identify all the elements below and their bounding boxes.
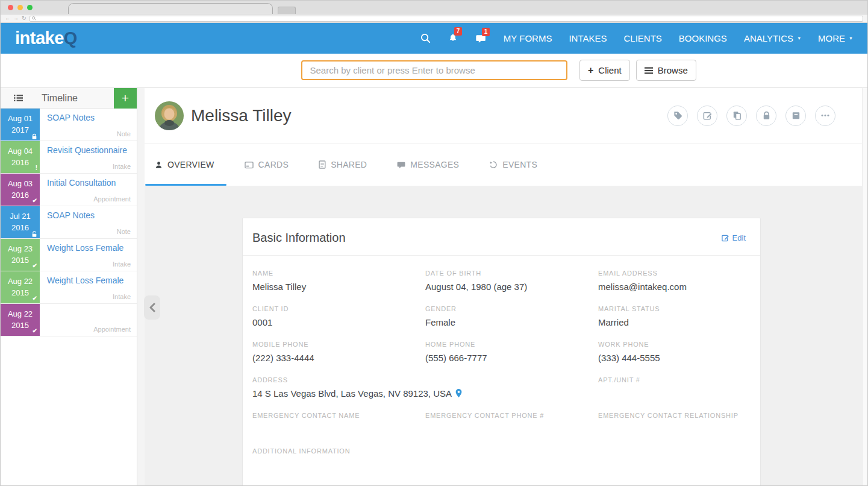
reload-icon[interactable]: ↻ — [22, 16, 27, 21]
tab-label: OVERVIEW — [167, 160, 214, 169]
field: APT./UNIT # — [598, 376, 751, 399]
copy-button[interactable] — [726, 106, 747, 126]
field-value: Married — [598, 317, 751, 327]
new-tab-button[interactable] — [278, 7, 296, 14]
field-value — [252, 423, 425, 434]
add-timeline-item-button[interactable]: + — [114, 88, 137, 109]
exclamation-icon: ! — [36, 164, 37, 172]
timeline-header: Timeline + — [1, 88, 137, 109]
tab-shared[interactable]: SHARED — [319, 144, 367, 186]
entry-type: Appointment — [93, 195, 131, 203]
search-button[interactable] — [420, 33, 431, 43]
entry-title[interactable]: Weight Loss Female — [47, 243, 131, 253]
map-pin-icon[interactable] — [455, 389, 462, 397]
field-label: HOME PHONE — [425, 341, 598, 348]
tab-overview[interactable]: OVERVIEW — [155, 144, 214, 186]
entry-title[interactable]: Initial Consultation — [47, 178, 131, 188]
more-icon — [820, 110, 831, 121]
timeline-entry[interactable]: Aug 04 2016 ! Revisit Questionnaire Inta… — [1, 141, 137, 174]
zoom-window-button[interactable] — [27, 5, 33, 10]
client-search-input[interactable] — [301, 60, 567, 80]
messages-button[interactable]: 1 — [475, 33, 487, 44]
client-avatar[interactable] — [155, 101, 184, 130]
nav-clients[interactable]: CLIENTS — [623, 33, 661, 43]
nav-label: MORE — [818, 33, 845, 43]
intakeq-logo[interactable]: intakeQ — [15, 28, 77, 48]
timeline-entry[interactable]: Jul 21 2016 SOAP Notes Note — [1, 206, 137, 239]
field-label: MARITAL STATUS — [598, 305, 751, 312]
field: MOBILE PHONE(222) 333-4444 — [252, 341, 425, 363]
tab-messages[interactable]: MESSAGES — [397, 144, 459, 186]
entry-type: Intake — [113, 293, 131, 300]
edit-basic-info-link[interactable]: Edit — [722, 233, 746, 242]
check-icon: ✔ — [33, 327, 37, 335]
entry-date: Aug 22 2015 ✔ — [1, 271, 40, 303]
entry-type: Appointment — [93, 326, 131, 333]
nav-label: INTAKES — [569, 33, 607, 43]
field-value: August 04, 1980 (age 37) — [425, 281, 598, 292]
entry-date-line1: Aug 04 — [8, 146, 33, 157]
minimize-window-button[interactable] — [17, 5, 23, 10]
check-icon: ✔ — [33, 197, 37, 205]
nav-intakes[interactable]: INTAKES — [569, 33, 607, 43]
entry-title[interactable]: Revisit Questionnaire — [47, 145, 131, 155]
entry-title[interactable]: Weight Loss Female — [47, 276, 131, 285]
tab-cards[interactable]: CARDS — [245, 144, 289, 186]
entry-date-line2: 2016 — [11, 222, 29, 233]
address-bar[interactable] — [30, 16, 863, 22]
back-icon[interactable]: ← — [5, 16, 10, 21]
logo-intake-text: intake — [15, 28, 64, 48]
collapse-sidebar-handle[interactable] — [144, 295, 160, 320]
list-view-icon[interactable] — [14, 94, 23, 102]
timeline-entry[interactable]: Aug 01 2017 SOAP Notes Note — [1, 109, 137, 141]
more-button[interactable] — [815, 106, 835, 126]
content-area: Timeline + Aug 01 2017 SOAP Notes Note — [1, 88, 867, 485]
tab-label: SHARED — [331, 160, 367, 169]
lock-button[interactable] — [756, 106, 776, 126]
search-icon — [32, 16, 36, 21]
copy-icon — [732, 110, 742, 121]
entry-title[interactable]: SOAP Notes — [47, 210, 131, 220]
close-window-button[interactable] — [8, 5, 13, 10]
field: WORK PHONE(333) 444-5555 — [598, 341, 751, 363]
nav-my-forms[interactable]: MY FORMS — [504, 33, 552, 43]
entry-date-line2: 2015 — [11, 288, 29, 298]
tag-button[interactable] — [667, 106, 688, 126]
timeline-entry[interactable]: Aug 22 2015 ✔ Appointment — [1, 304, 137, 336]
field: EMERGENCY CONTACT NAME — [252, 412, 425, 434]
forward-icon[interactable]: → — [13, 16, 19, 21]
field-label: ADDRESS — [252, 376, 598, 383]
entry-date: Aug 03 2016 ✔ — [1, 174, 40, 206]
history-icon — [489, 160, 498, 169]
timeline-entry[interactable]: Aug 03 2016 ✔ Initial Consultation Appoi… — [1, 174, 137, 206]
field-label: MOBILE PHONE — [252, 341, 425, 348]
entry-body: Appointment — [40, 304, 137, 336]
entry-date-line1: Jul 21 — [10, 211, 31, 222]
field-value: (555) 666-7777 — [425, 352, 598, 363]
entry-title[interactable]: SOAP Notes — [47, 113, 131, 122]
timeline-entry[interactable]: Aug 23 2015 ✔ Weight Loss Female Intake — [1, 239, 137, 271]
entry-date-line1: Aug 22 — [8, 309, 33, 320]
timeline-entry[interactable]: Aug 22 2015 ✔ Weight Loss Female Intake — [1, 271, 137, 304]
tab-label: EVENTS — [502, 160, 537, 169]
nav-analytics[interactable]: ANALYTICS▼ — [744, 33, 801, 43]
caret-down-icon: ▼ — [849, 36, 853, 40]
tab-events[interactable]: EVENTS — [489, 144, 537, 186]
browser-tab[interactable] — [68, 3, 273, 14]
notifications-button[interactable]: 7 — [448, 33, 458, 44]
timeline-sidebar: Timeline + Aug 01 2017 SOAP Notes Note — [1, 88, 137, 485]
field: EMAIL ADDRESSmelissa@intakeq.com — [598, 270, 751, 292]
entry-date: Aug 01 2017 — [1, 109, 40, 140]
nav-bookings[interactable]: BOOKINGS — [679, 33, 727, 43]
edit-button[interactable] — [697, 106, 717, 126]
field-value — [425, 423, 598, 434]
entry-date-line2: 2015 — [11, 320, 29, 331]
scrollbar-gutter[interactable] — [862, 88, 867, 485]
archive-button[interactable] — [785, 106, 806, 126]
browse-button[interactable]: Browse — [636, 60, 696, 81]
entry-type: Note — [117, 228, 131, 235]
field-row: MOBILE PHONE(222) 333-4444 HOME PHONE(55… — [252, 341, 751, 363]
add-client-button[interactable]: +Client — [579, 60, 630, 81]
messages-badge: 1 — [482, 28, 490, 36]
nav-more[interactable]: MORE▼ — [818, 33, 853, 43]
